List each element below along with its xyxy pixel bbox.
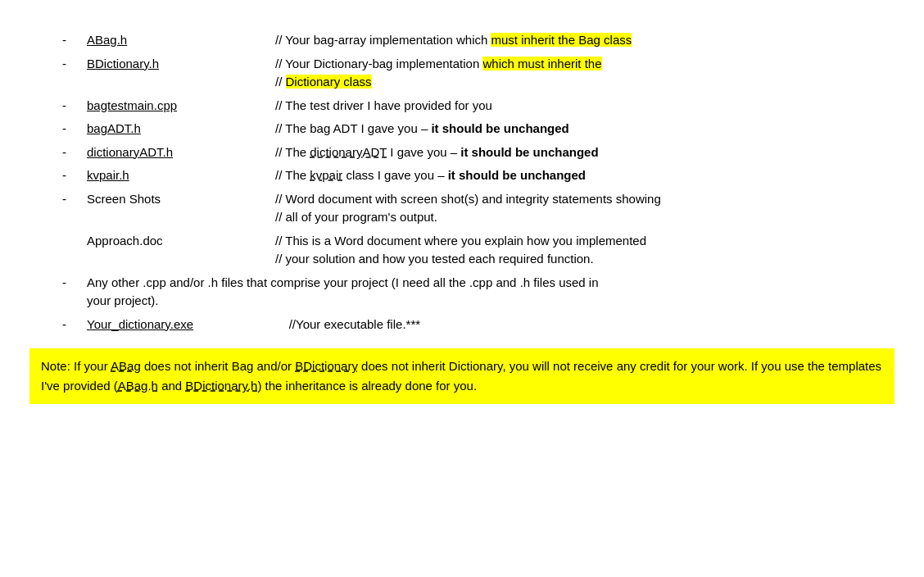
list-item: - ABag.h // Your bag-array implementatio… bbox=[62, 31, 895, 50]
bullet: - bbox=[62, 274, 87, 293]
list-item: - bagADT.h // The bag ADT I gave you – i… bbox=[62, 120, 895, 139]
comment: //Your executable file.*** bbox=[275, 316, 895, 334]
bullet: - bbox=[62, 143, 87, 162]
comment: // The kvpair class I gave you – it shou… bbox=[275, 166, 895, 185]
bullet: - bbox=[62, 97, 87, 116]
list-item: - dictionaryADT.h // The dictionaryADT I… bbox=[62, 143, 895, 162]
filename: bagADT.h bbox=[87, 120, 275, 139]
comment: // Your bag-array implementation which m… bbox=[275, 31, 895, 50]
note-prefix: Note: If your bbox=[41, 359, 111, 373]
bullet: - bbox=[62, 55, 87, 74]
filename: dictionaryADT.h bbox=[87, 143, 275, 162]
list-item: - kvpair.h // The kvpair class I gave yo… bbox=[62, 166, 895, 185]
comment: // Word document with screen shot(s) and… bbox=[275, 190, 895, 227]
comment: Any other .cpp and/or .h files that comp… bbox=[87, 274, 895, 311]
bullet: - bbox=[62, 120, 87, 139]
note-box: Note: If your ABag does not inherit Bag … bbox=[29, 348, 895, 404]
list-item: - Your_dictionary.exe //Your executable … bbox=[62, 316, 895, 334]
list-item: - Screen Shots // Word document with scr… bbox=[62, 190, 895, 227]
bullet: - bbox=[62, 190, 87, 209]
bdictionary-ref: BDictionary bbox=[295, 359, 358, 373]
comment: // This is a Word document where you exp… bbox=[275, 232, 895, 269]
note-text: Note: If your ABag does not inherit Bag … bbox=[41, 359, 751, 373]
list-item: - Any other .cpp and/or .h files that co… bbox=[62, 274, 895, 311]
bullet: - bbox=[62, 166, 87, 185]
note-text5: ) the inheritance is already done for yo… bbox=[257, 379, 477, 393]
bullet: - bbox=[62, 31, 87, 50]
comment: // The test driver I have provided for y… bbox=[275, 97, 895, 116]
filename: BDictionary.h bbox=[87, 55, 275, 74]
abag-h-ref: ABag.h bbox=[118, 379, 158, 393]
bdictionary-h-ref: BDictionary.h bbox=[185, 379, 257, 393]
filename: bagtestmain.cpp bbox=[87, 97, 275, 116]
filename: Your_dictionary.exe bbox=[87, 316, 275, 334]
bullet: - bbox=[62, 316, 87, 334]
filename: ABag.h bbox=[87, 31, 275, 50]
comment: // The dictionaryADT I gave you – it sho… bbox=[275, 143, 895, 162]
file-list: - ABag.h // Your bag-array implementatio… bbox=[62, 31, 895, 334]
filename: Screen Shots bbox=[87, 190, 275, 209]
abag-ref: ABag bbox=[111, 359, 141, 373]
note-text4: and bbox=[158, 379, 185, 393]
note-text2: does not inherit Dictionary, you will no… bbox=[358, 359, 748, 373]
comment: // Your Dictionary-bag implementation wh… bbox=[275, 55, 895, 92]
list-item: - BDictionary.h // Your Dictionary-bag i… bbox=[62, 55, 895, 92]
filename: kvpair.h bbox=[87, 166, 275, 185]
list-item: Approach.doc // This is a Word document … bbox=[62, 232, 895, 269]
note-text1: does not inherit Bag and/or bbox=[141, 359, 295, 373]
bullet bbox=[62, 232, 87, 251]
filename: Approach.doc bbox=[87, 232, 275, 251]
list-item: - bagtestmain.cpp // The test driver I h… bbox=[62, 97, 895, 116]
comment: // The bag ADT I gave you – it should be… bbox=[275, 120, 895, 139]
